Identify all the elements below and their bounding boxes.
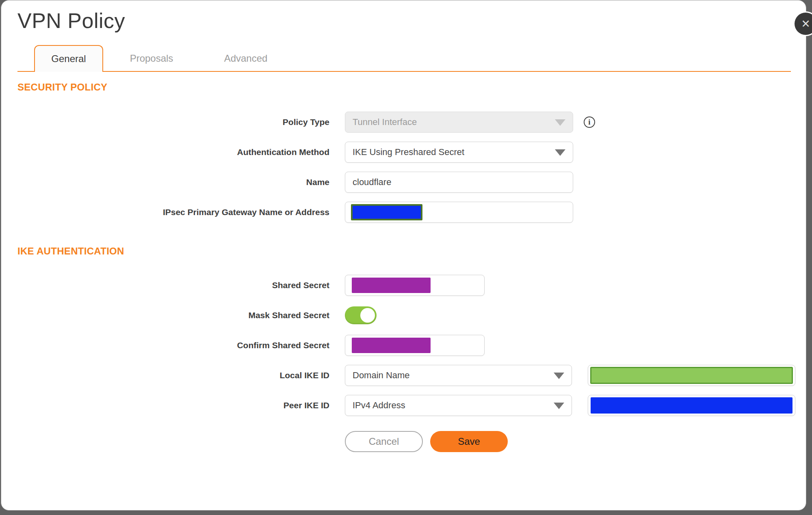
local-ike-id-row: Local IKE ID Domain Name — [1, 365, 806, 386]
authentication-method-label: Authentication Method — [1, 147, 329, 157]
section-heading-security-policy: SECURITY POLICY — [17, 82, 806, 93]
peer-ike-id-type-value: IPv4 Address — [353, 400, 405, 411]
tab-proposals[interactable]: Proposals — [103, 45, 200, 72]
ike-authentication-section: Shared Secret Mask Shared Secret Confirm… — [1, 275, 806, 416]
tab-advanced[interactable]: Advanced — [200, 45, 292, 72]
local-ike-id-redacted-value — [590, 367, 793, 384]
shared-secret-input[interactable] — [345, 275, 485, 296]
peer-ike-id-type-select[interactable]: IPv4 Address — [345, 395, 572, 416]
peer-ike-id-redacted-value — [591, 397, 793, 414]
tab-general[interactable]: General — [34, 45, 103, 72]
info-icon[interactable]: i — [584, 116, 595, 128]
shared-secret-label: Shared Secret — [1, 280, 329, 290]
local-ike-id-value-input[interactable] — [588, 365, 795, 386]
peer-ike-id-row: Peer IKE ID IPv4 Address — [1, 395, 806, 416]
vpn-policy-dialog: VPN Policy General Proposals Advanced SE… — [1, 0, 806, 511]
mask-shared-secret-toggle[interactable] — [345, 306, 377, 324]
gateway-input[interactable] — [345, 202, 573, 223]
save-button[interactable]: Save — [430, 431, 508, 452]
local-ike-id-label: Local IKE ID — [1, 371, 329, 380]
tab-bar: General Proposals Advanced — [17, 45, 791, 72]
policy-type-label: Policy Type — [1, 117, 329, 127]
chevron-down-icon — [554, 403, 564, 409]
info-icon-glyph: i — [588, 118, 590, 127]
authentication-method-select[interactable]: IKE Using Preshared Secret — [345, 142, 573, 163]
page-title: VPN Policy — [17, 9, 806, 33]
gateway-redacted-value — [351, 204, 422, 220]
authentication-method-value: IKE Using Preshared Secret — [353, 147, 464, 157]
policy-type-select: Tunnel Interface — [345, 112, 573, 133]
shared-secret-row: Shared Secret — [1, 275, 806, 296]
name-row: Name cloudflare — [1, 172, 806, 193]
gateway-label: IPsec Primary Gateway Name or Address — [1, 207, 329, 217]
chevron-down-icon — [555, 149, 565, 156]
local-ike-id-type-select[interactable]: Domain Name — [345, 365, 572, 386]
name-label: Name — [1, 177, 329, 187]
cancel-button[interactable]: Cancel — [345, 431, 423, 452]
authentication-method-row: Authentication Method IKE Using Preshare… — [1, 142, 806, 163]
confirm-shared-secret-input[interactable] — [345, 335, 485, 356]
section-heading-ike-authentication: IKE AUTHENTICATION — [17, 246, 806, 257]
confirm-shared-secret-redacted-value — [352, 338, 431, 353]
name-value: cloudflare — [353, 177, 391, 187]
peer-ike-id-value-input[interactable] — [588, 395, 795, 416]
local-ike-id-type-value: Domain Name — [353, 370, 410, 381]
policy-type-row: Policy Type Tunnel Interface i — [1, 112, 806, 133]
mask-shared-secret-row: Mask Shared Secret — [1, 305, 806, 326]
chevron-down-icon — [555, 119, 565, 126]
confirm-shared-secret-row: Confirm Shared Secret — [1, 335, 806, 356]
name-input[interactable]: cloudflare — [345, 172, 573, 193]
policy-type-value: Tunnel Interface — [353, 117, 417, 127]
shared-secret-redacted-value — [352, 278, 431, 293]
close-icon: ✕ — [801, 17, 810, 30]
gateway-row: IPsec Primary Gateway Name or Address — [1, 202, 806, 223]
dialog-footer: Cancel Save — [1, 431, 806, 452]
peer-ike-id-label: Peer IKE ID — [1, 401, 329, 410]
chevron-down-icon — [554, 373, 564, 379]
toggle-knob — [360, 308, 375, 323]
mask-shared-secret-label: Mask Shared Secret — [1, 310, 329, 320]
confirm-shared-secret-label: Confirm Shared Secret — [1, 340, 329, 350]
security-policy-section: Policy Type Tunnel Interface i Authentic… — [1, 112, 806, 223]
